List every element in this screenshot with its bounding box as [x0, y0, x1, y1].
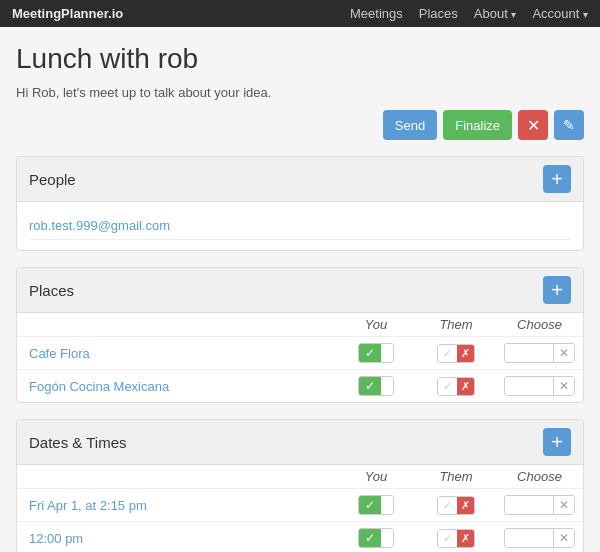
- choose-cell: ✕: [496, 522, 583, 553]
- place-place-name[interactable]: Fogón Cocina Mexicana: [29, 379, 169, 394]
- them-toggle-cell: ✓ ✗: [416, 370, 496, 403]
- choose-cell: ✕: [496, 337, 583, 370]
- dates-section: Dates & Times + You Them Choose Fri Apr …: [16, 419, 584, 552]
- choose-clear-button[interactable]: ✕: [553, 377, 574, 395]
- date-place-name[interactable]: 12:00 pm: [29, 531, 83, 546]
- you-toggle[interactable]: ✓: [358, 376, 394, 396]
- choose-clear-button[interactable]: ✕: [553, 496, 574, 514]
- navbar-brand[interactable]: MeetingPlanner.io: [12, 6, 123, 21]
- you-toggle-cell: ✓: [336, 522, 416, 553]
- message-text: Hi Rob, let's meet up to talk about your…: [16, 85, 584, 100]
- table-row: Cafe Flora ✓ ✓ ✗ ✕: [17, 337, 583, 370]
- choose-group: ✕: [504, 343, 575, 363]
- people-section: People + rob.test.999@gmail.com: [16, 156, 584, 251]
- you-toggle[interactable]: ✓: [358, 343, 394, 363]
- places-table: You Them Choose Cafe Flora ✓ ✓ ✗ ✕ Fogón…: [17, 313, 583, 402]
- choose-group: ✕: [504, 528, 575, 548]
- page-title: Lunch with rob: [16, 43, 584, 75]
- them-toggle[interactable]: ✓ ✗: [437, 496, 475, 515]
- add-place-button[interactable]: +: [543, 276, 571, 304]
- people-section-header: People +: [17, 157, 583, 202]
- main-content: Lunch with rob Hi Rob, let's meet up to …: [0, 27, 600, 552]
- them-toggle[interactable]: ✓ ✗: [437, 377, 475, 396]
- add-person-button[interactable]: +: [543, 165, 571, 193]
- navbar: MeetingPlanner.io Meetings Places About …: [0, 0, 600, 27]
- dates-section-title: Dates & Times: [29, 434, 127, 451]
- choose-clear-button[interactable]: ✕: [553, 344, 574, 362]
- choose-clear-button[interactable]: ✕: [553, 529, 574, 547]
- navbar-links: Meetings Places About ▾ Account ▾: [350, 6, 588, 21]
- cancel-button[interactable]: ✕: [518, 110, 548, 140]
- them-toggle-mid: ✗: [457, 378, 474, 395]
- you-toggle-cell: ✓: [336, 337, 416, 370]
- them-toggle-yes: ✓: [438, 345, 457, 362]
- toolbar: Send Finalize ✕ ✎: [16, 110, 584, 140]
- dates-col-choose-header: Choose: [496, 465, 583, 489]
- choose-input[interactable]: [505, 529, 553, 547]
- places-col-you-header: You: [336, 313, 416, 337]
- you-toggle-no: [381, 377, 393, 395]
- table-row: 12:00 pm ✓ ✓ ✗ ✕: [17, 522, 583, 553]
- them-toggle-yes: ✓: [438, 497, 457, 514]
- send-button[interactable]: Send: [383, 110, 437, 140]
- place-place-name[interactable]: Cafe Flora: [29, 346, 90, 361]
- choose-group: ✕: [504, 376, 575, 396]
- places-section-body: You Them Choose Cafe Flora ✓ ✓ ✗ ✕ Fogón…: [17, 313, 583, 402]
- them-toggle-yes: ✓: [438, 378, 457, 395]
- about-dropdown-arrow: ▾: [511, 9, 516, 20]
- date-place-name[interactable]: Fri Apr 1, at 2:15 pm: [29, 498, 147, 513]
- nav-about[interactable]: About ▾: [474, 6, 517, 21]
- you-toggle[interactable]: ✓: [358, 528, 394, 548]
- choose-input[interactable]: [505, 377, 553, 395]
- places-col-them-header: Them: [416, 313, 496, 337]
- people-section-title: People: [29, 171, 76, 188]
- edit-icon: ✎: [563, 117, 575, 133]
- them-toggle-mid: ✗: [457, 530, 474, 547]
- dates-col-you-header: You: [336, 465, 416, 489]
- them-toggle-cell: ✓ ✗: [416, 522, 496, 553]
- dates-section-header: Dates & Times +: [17, 420, 583, 465]
- them-toggle[interactable]: ✓ ✗: [437, 344, 475, 363]
- finalize-button[interactable]: Finalize: [443, 110, 512, 140]
- choose-cell: ✕: [496, 489, 583, 522]
- people-section-body: rob.test.999@gmail.com: [17, 202, 583, 250]
- you-toggle-yes: ✓: [359, 344, 381, 362]
- nav-account[interactable]: Account ▾: [532, 6, 588, 21]
- places-section: Places + You Them Choose Cafe Flora ✓ ✓: [16, 267, 584, 403]
- you-toggle-yes: ✓: [359, 529, 381, 547]
- choose-input[interactable]: [505, 344, 553, 362]
- person-email[interactable]: rob.test.999@gmail.com: [29, 212, 571, 240]
- dates-section-body: You Them Choose Fri Apr 1, at 2:15 pm ✓ …: [17, 465, 583, 552]
- them-toggle-yes: ✓: [438, 530, 457, 547]
- them-toggle-cell: ✓ ✗: [416, 337, 496, 370]
- nav-meetings[interactable]: Meetings: [350, 6, 403, 21]
- you-toggle-cell: ✓: [336, 370, 416, 403]
- you-toggle-no: [381, 529, 393, 547]
- table-row: Fri Apr 1, at 2:15 pm ✓ ✓ ✗ ✕: [17, 489, 583, 522]
- cancel-icon: ✕: [527, 116, 540, 135]
- them-toggle-mid: ✗: [457, 345, 474, 362]
- choose-input[interactable]: [505, 496, 553, 514]
- nav-places[interactable]: Places: [419, 6, 458, 21]
- them-toggle-mid: ✗: [457, 497, 474, 514]
- you-toggle[interactable]: ✓: [358, 495, 394, 515]
- you-toggle-no: [381, 344, 393, 362]
- dates-table: You Them Choose Fri Apr 1, at 2:15 pm ✓ …: [17, 465, 583, 552]
- places-section-header: Places +: [17, 268, 583, 313]
- choose-group: ✕: [504, 495, 575, 515]
- dates-col-name-header: [17, 465, 336, 489]
- you-toggle-cell: ✓: [336, 489, 416, 522]
- dates-col-them-header: Them: [416, 465, 496, 489]
- table-row: Fogón Cocina Mexicana ✓ ✓ ✗ ✕: [17, 370, 583, 403]
- choose-cell: ✕: [496, 370, 583, 403]
- you-toggle-no: [381, 496, 393, 514]
- you-toggle-yes: ✓: [359, 496, 381, 514]
- them-toggle[interactable]: ✓ ✗: [437, 529, 475, 548]
- add-date-button[interactable]: +: [543, 428, 571, 456]
- account-dropdown-arrow: ▾: [583, 9, 588, 20]
- places-col-name-header: [17, 313, 336, 337]
- them-toggle-cell: ✓ ✗: [416, 489, 496, 522]
- edit-button[interactable]: ✎: [554, 110, 584, 140]
- places-section-title: Places: [29, 282, 74, 299]
- you-toggle-yes: ✓: [359, 377, 381, 395]
